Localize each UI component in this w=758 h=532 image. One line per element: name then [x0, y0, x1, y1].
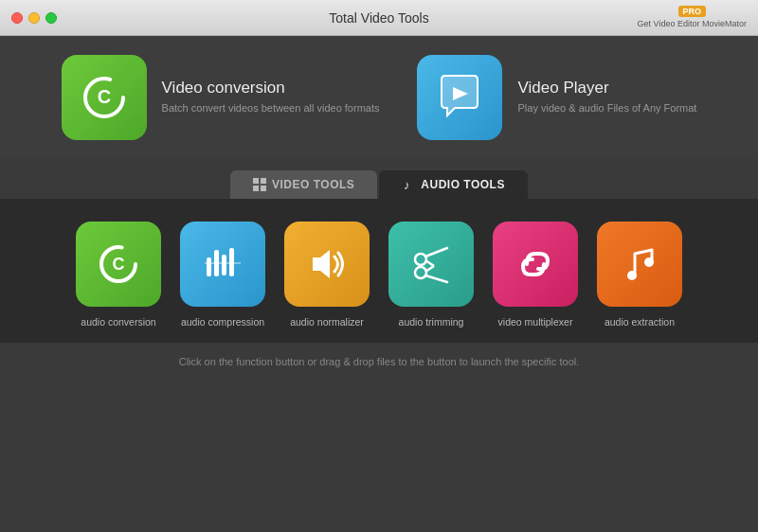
- tool-audio-trimming[interactable]: audio trimming: [388, 222, 474, 328]
- svg-rect-10: [207, 257, 211, 276]
- video-player-text: Video Player Play video & audio Files of…: [517, 79, 696, 115]
- video-player-icon: [417, 55, 502, 140]
- svg-rect-4: [261, 178, 266, 184]
- tool-audio-compression[interactable]: audio compression: [180, 222, 265, 328]
- audio-compression-label: audio compression: [181, 316, 264, 328]
- grid-icon: [253, 178, 266, 191]
- video-player-title: Video Player: [517, 79, 696, 98]
- svg-line-20: [425, 260, 434, 266]
- svg-line-19: [425, 275, 447, 282]
- audio-extraction-icon: [597, 222, 682, 307]
- video-conversion-text: Video conversion Batch convert videos be…: [162, 79, 380, 115]
- svg-rect-13: [229, 248, 234, 276]
- tab-video-tools-label: VIDEO TOOLS: [272, 178, 354, 191]
- svg-line-21: [425, 266, 434, 272]
- video-conversion-desc: Batch convert videos between all video f…: [162, 101, 380, 115]
- pro-badge-area: PRO Get Video Editor MovieMator: [638, 6, 747, 30]
- tool-audio-normalizer[interactable]: audio normalizer: [284, 222, 370, 328]
- fullscreen-button[interactable]: [45, 12, 57, 24]
- tabs-bar: VIDEO TOOLS ♪ AUDIO TOOLS: [0, 159, 758, 199]
- svg-point-22: [627, 271, 637, 280]
- video-multiplexer-label: video multiplexer: [498, 316, 573, 328]
- minimize-button[interactable]: [28, 12, 40, 24]
- audio-trimming-label: audio trimming: [399, 316, 464, 328]
- video-player-desc: Play video & audio Files of Any Format: [517, 101, 696, 115]
- audio-normalizer-label: audio normalizer: [290, 316, 364, 328]
- pro-badge: PRO: [678, 6, 707, 17]
- traffic-lights: [11, 12, 57, 24]
- video-conversion-card[interactable]: C Video conversion Batch convert videos …: [62, 55, 380, 140]
- video-multiplexer-icon: [493, 222, 578, 307]
- svg-rect-5: [253, 186, 259, 191]
- svg-rect-3: [253, 178, 259, 184]
- svg-point-23: [644, 257, 654, 267]
- tool-audio-conversion[interactable]: C audio conversion: [76, 222, 161, 328]
- main-content: C Video conversion Batch convert videos …: [0, 36, 758, 532]
- audio-compression-icon: [180, 222, 265, 307]
- audio-extraction-label: audio extraction: [605, 316, 675, 328]
- video-conversion-icon: C: [62, 55, 147, 140]
- audio-trimming-icon: [388, 222, 474, 307]
- tools-area: C audio conversion audio: [0, 199, 758, 343]
- cards-area: C Video conversion Batch convert videos …: [0, 36, 758, 159]
- svg-text:♪: ♪: [404, 178, 410, 191]
- tools-grid: C audio conversion audio: [28, 222, 730, 328]
- tool-video-multiplexer[interactable]: video multiplexer: [493, 222, 578, 328]
- svg-line-18: [425, 248, 447, 257]
- svg-rect-12: [222, 255, 226, 275]
- svg-marker-15: [313, 250, 330, 278]
- video-conversion-title: Video conversion: [162, 79, 380, 98]
- svg-text:C: C: [113, 255, 125, 274]
- window-title: Total Video Tools: [329, 10, 428, 26]
- svg-text:C: C: [97, 86, 110, 107]
- tab-audio-tools-label: AUDIO TOOLS: [421, 178, 505, 191]
- video-player-card[interactable]: Video Player Play video & audio Files of…: [417, 55, 696, 140]
- close-button[interactable]: [11, 12, 23, 24]
- music-icon: ♪: [402, 178, 415, 191]
- audio-conversion-icon: C: [76, 222, 161, 307]
- bottom-hint-text: Click on the function button or drag & d…: [179, 356, 580, 367]
- audio-normalizer-icon: [284, 222, 370, 307]
- svg-point-17: [415, 267, 426, 278]
- audio-conversion-label: audio conversion: [81, 316, 155, 328]
- tool-audio-extraction[interactable]: audio extraction: [597, 222, 682, 328]
- pro-label: Get Video Editor MovieMator: [638, 19, 747, 30]
- svg-rect-6: [261, 186, 266, 191]
- title-bar: Total Video Tools PRO Get Video Editor M…: [0, 0, 758, 36]
- tab-video-tools[interactable]: VIDEO TOOLS: [230, 170, 377, 199]
- svg-point-16: [415, 254, 426, 265]
- bottom-hint: Click on the function button or drag & d…: [0, 343, 758, 381]
- tab-audio-tools[interactable]: ♪ AUDIO TOOLS: [379, 170, 528, 199]
